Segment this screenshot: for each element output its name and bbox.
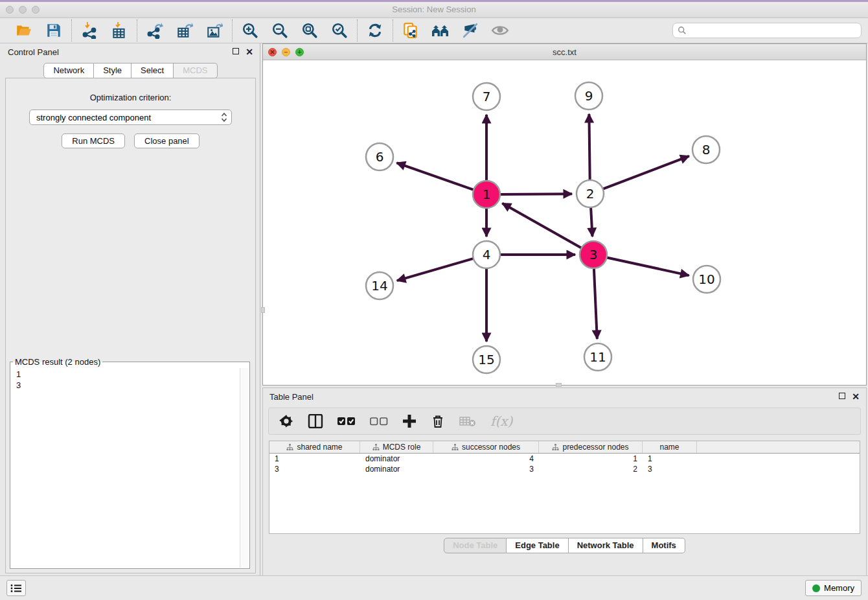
control-panel-float-button[interactable] [233,48,239,56]
mcds-result-title: MCDS result (2 nodes) [13,357,102,367]
graph-edge-2-9[interactable] [589,114,589,181]
graph-edge-4-14[interactable] [397,258,475,281]
criterion-dropdown[interactable]: strongly connected component [29,110,232,125]
zoom-selected-icon[interactable] [330,21,348,40]
graph-edge-3-10[interactable] [606,257,689,275]
window-close-button[interactable] [6,6,14,14]
graph-node-2[interactable]: 2 [577,180,604,207]
tab-network[interactable]: Network [43,63,94,78]
window-minimize-button[interactable] [19,6,27,14]
zoom-out-icon[interactable] [271,21,289,40]
hide-selected-icon[interactable] [461,21,479,40]
window-zoom-button[interactable] [32,6,40,14]
control-panel-close-button[interactable]: ✕ [246,47,253,56]
table-row[interactable]: 3 dominator 3 2 3 [269,464,860,474]
graph-node-4[interactable]: 4 [473,241,500,268]
tab-mcds[interactable]: MCDS [174,63,217,78]
tab-edge-table[interactable]: Edge Table [507,538,568,553]
close-panel-button[interactable]: Close panel [134,133,200,148]
graph-node-9[interactable]: 9 [575,82,602,110]
tab-motifs[interactable]: Motifs [643,538,685,553]
network-graph[interactable]: 7968124314101511 [263,60,866,385]
gear-icon[interactable] [279,413,293,430]
splitter-handle[interactable] [261,307,265,313]
copy-network-icon[interactable] [402,21,420,40]
mcds-result-text[interactable]: 1 3 [11,368,239,568]
cell-mcds-role[interactable]: dominator [360,464,433,474]
status-bar: Memory [0,575,868,600]
graph-edge-3-11[interactable] [594,267,597,339]
export-image-icon[interactable] [205,21,223,40]
refresh-layout-icon[interactable] [366,21,384,40]
graph-node-15[interactable]: 15 [473,346,500,373]
cell-successor-nodes[interactable]: 4 [433,454,539,464]
network-view-window: ✕ − + scc.txt 7968124314101511 [262,43,867,386]
result-scrollbar[interactable] [240,368,249,568]
graph-edge-1-2[interactable] [499,194,572,194]
search-input[interactable] [690,26,856,36]
column-header-mcds-role[interactable]: MCDS role [360,441,433,453]
graph-node-8[interactable]: 8 [692,136,720,163]
select-all-columns-icon[interactable] [337,413,356,430]
graph-edge-1-6[interactable] [396,163,475,190]
graph-node-14[interactable]: 14 [366,272,393,299]
run-mcds-button[interactable]: Run MCDS [62,133,125,148]
delete-table-icon[interactable] [459,413,476,430]
tab-node-table[interactable]: Node Table [444,538,507,553]
column-header-shared-name[interactable]: shared name [269,441,360,453]
network-close-button[interactable]: ✕ [268,48,277,56]
split-view-icon[interactable] [308,413,323,430]
cell-predecessor-nodes[interactable]: 2 [539,464,643,474]
zoom-in-icon[interactable] [241,21,259,40]
graph-node-1[interactable]: 1 [473,181,500,208]
graph-node-3[interactable]: 3 [580,241,607,268]
cell-name[interactable]: 1 [643,454,697,464]
node-table-header: shared name MCDS role successor nodes pr… [269,441,860,454]
column-header-name[interactable]: name [643,441,697,453]
graph-node-7[interactable]: 7 [473,83,500,110]
export-network-icon[interactable] [146,21,164,40]
cell-predecessor-nodes[interactable]: 1 [539,454,643,464]
graph-node-11[interactable]: 11 [584,343,611,371]
network-canvas[interactable]: 7968124314101511 [263,60,866,385]
import-table-icon[interactable] [110,21,128,40]
open-file-icon[interactable] [15,21,33,40]
tab-style[interactable]: Style [94,63,131,78]
memory-button[interactable]: Memory [805,580,862,596]
graph-edge-3-1[interactable] [502,203,582,249]
add-column-icon[interactable] [402,413,417,430]
cell-shared-name[interactable]: 3 [269,464,360,474]
delete-column-icon[interactable] [431,413,445,430]
table-panel: Table Panel ✕ [262,387,867,576]
zoom-fit-icon[interactable] [301,21,319,40]
splitter-handle[interactable] [556,383,562,387]
graph-edge-2-3[interactable] [591,206,593,237]
task-history-button[interactable] [6,580,26,596]
tab-select[interactable]: Select [131,63,174,78]
cell-mcds-role[interactable]: dominator [360,454,433,464]
import-network-icon[interactable] [80,21,98,40]
tab-network-table[interactable]: Network Table [569,538,643,553]
graph-node-10[interactable]: 10 [693,266,720,293]
graph-edge-2-8[interactable] [602,156,689,189]
first-neighbors-icon[interactable] [431,21,450,40]
show-graphics-icon[interactable] [491,21,509,40]
network-minimize-button[interactable]: − [282,48,290,56]
network-zoom-button[interactable]: + [295,48,304,56]
memory-label: Memory [824,583,854,593]
function-builder-icon[interactable]: f(x) [490,413,512,430]
table-panel-close-button[interactable]: ✕ [852,392,860,401]
column-header-predecessor-nodes[interactable]: predecessor nodes [539,441,643,453]
table-panel-float-button[interactable] [839,393,845,400]
cell-shared-name[interactable]: 1 [269,454,360,464]
save-session-icon[interactable] [45,21,63,40]
optimization-criterion-label: Optimization criterion: [6,93,255,102]
column-header-successor-nodes[interactable]: successor nodes [433,441,539,453]
cell-name[interactable]: 3 [643,464,697,474]
table-row[interactable]: 1 dominator 4 1 1 [269,454,860,464]
graph-node-6[interactable]: 6 [366,143,393,170]
cell-successor-nodes[interactable]: 3 [433,464,539,474]
unselect-all-columns-icon[interactable] [370,413,388,430]
export-table-icon[interactable] [176,21,194,40]
search-box [672,23,862,38]
